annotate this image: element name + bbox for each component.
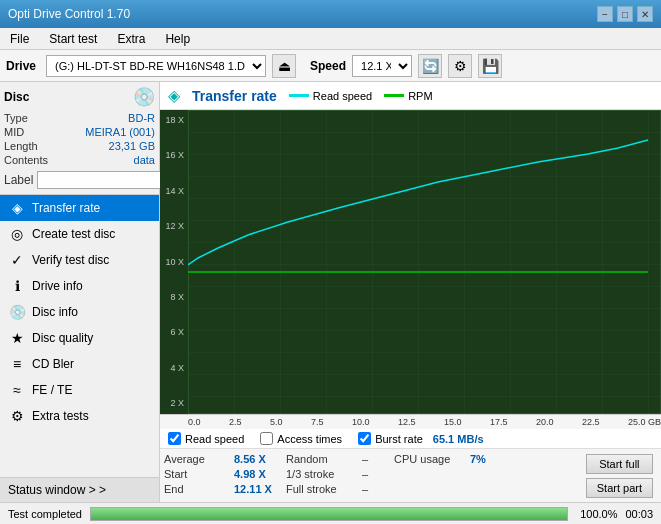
refresh-button[interactable]: 🔄 bbox=[418, 54, 442, 78]
chart-wrapper: 18 X 16 X 14 X 12 X 10 X 8 X 6 X 4 X 2 X bbox=[160, 110, 661, 429]
disc-info-panel: Disc 💿 Type BD-R MID MEIRA1 (001) Length… bbox=[0, 82, 159, 195]
minimize-button[interactable]: − bbox=[597, 6, 613, 22]
nav-items: ◈ Transfer rate ◎ Create test disc ✓ Ver… bbox=[0, 195, 159, 477]
menu-help[interactable]: Help bbox=[159, 30, 196, 48]
maximize-button[interactable]: □ bbox=[617, 6, 633, 22]
window-controls: − □ ✕ bbox=[597, 6, 653, 22]
sidebar-item-label-extra-tests: Extra tests bbox=[32, 409, 89, 423]
svg-rect-0 bbox=[188, 110, 661, 414]
start-part-button[interactable]: Start part bbox=[586, 478, 653, 498]
stats-random-label: Random bbox=[286, 453, 356, 465]
sidebar-item-verify-test-disc[interactable]: ✓ Verify test disc bbox=[0, 247, 159, 273]
title-bar: Opti Drive Control 1.70 − □ ✕ bbox=[0, 0, 661, 28]
disc-type-row: Type BD-R bbox=[4, 112, 155, 124]
sidebar-item-disc-info[interactable]: 💿 Disc info bbox=[0, 299, 159, 325]
stats-row-average: Average 8.56 X Random – CPU usage 7% bbox=[164, 453, 582, 465]
stats-end-label: End bbox=[164, 483, 234, 495]
stats-full-stroke-value: – bbox=[362, 483, 368, 495]
sidebar-item-label-verify-test-disc: Verify test disc bbox=[32, 253, 109, 267]
eject-button[interactable]: ⏏ bbox=[272, 54, 296, 78]
main-content: Disc 💿 Type BD-R MID MEIRA1 (001) Length… bbox=[0, 82, 661, 502]
chart-title: Transfer rate bbox=[192, 88, 277, 104]
sidebar-item-label-create-test-disc: Create test disc bbox=[32, 227, 115, 241]
cd-bler-icon: ≡ bbox=[8, 356, 26, 372]
stats-cpu-value: 7% bbox=[470, 453, 510, 465]
checkbox-read-speed-input[interactable] bbox=[168, 432, 181, 445]
menu-start-test[interactable]: Start test bbox=[43, 30, 103, 48]
sidebar-item-fe-te[interactable]: ≈ FE / TE bbox=[0, 377, 159, 403]
checkbox-burst-rate-input[interactable] bbox=[358, 432, 371, 445]
legend-rpm-label: RPM bbox=[408, 90, 432, 102]
y-label-14: 14 X bbox=[160, 187, 186, 196]
app-title: Opti Drive Control 1.70 bbox=[8, 7, 130, 21]
x-label-22.5: 22.5 bbox=[582, 417, 600, 427]
status-time: 00:03 bbox=[625, 508, 653, 520]
stats-buttons: Start full Start part bbox=[582, 453, 657, 498]
x-label-15: 15.0 bbox=[444, 417, 462, 427]
toolbar: Drive (G:) HL-DT-ST BD-RE WH16NS48 1.D3 … bbox=[0, 50, 661, 82]
menu-extra[interactable]: Extra bbox=[111, 30, 151, 48]
legend-rpm-color bbox=[384, 94, 404, 97]
legend-read-speed: Read speed bbox=[289, 90, 372, 102]
extra-tests-icon: ⚙ bbox=[8, 408, 26, 424]
sidebar-item-extra-tests[interactable]: ⚙ Extra tests bbox=[0, 403, 159, 429]
burst-rate-value: 65.1 MB/s bbox=[433, 433, 484, 445]
menu-file[interactable]: File bbox=[4, 30, 35, 48]
status-window-label: Status window > > bbox=[8, 483, 106, 497]
y-label-18: 18 X bbox=[160, 116, 186, 125]
speed-select[interactable]: 12.1 X bbox=[352, 55, 412, 77]
checkbox-read-speed-label: Read speed bbox=[185, 433, 244, 445]
menu-bar: File Start test Extra Help bbox=[0, 28, 661, 50]
stats-start-label: Start bbox=[164, 468, 234, 480]
stats-random-value: – bbox=[362, 453, 382, 465]
drive-info-icon: ℹ bbox=[8, 278, 26, 294]
checkbox-access-times-input[interactable] bbox=[260, 432, 273, 445]
stats-row-end: End 12.11 X Full stroke – bbox=[164, 483, 582, 495]
disc-length-label: Length bbox=[4, 140, 38, 152]
sidebar: Disc 💿 Type BD-R MID MEIRA1 (001) Length… bbox=[0, 82, 160, 502]
progress-percent: 100.0% bbox=[580, 508, 617, 520]
sidebar-item-label-drive-info: Drive info bbox=[32, 279, 83, 293]
disc-label-row: Label 🏷 bbox=[4, 170, 155, 190]
disc-contents-label: Contents bbox=[4, 154, 48, 166]
y-axis: 18 X 16 X 14 X 12 X 10 X 8 X 6 X 4 X 2 X bbox=[160, 110, 188, 414]
stats-cpu-label: CPU usage bbox=[394, 453, 464, 465]
x-label-0: 0.0 bbox=[188, 417, 201, 427]
save-button[interactable]: 💾 bbox=[478, 54, 502, 78]
drive-select[interactable]: (G:) HL-DT-ST BD-RE WH16NS48 1.D3 bbox=[46, 55, 266, 77]
disc-info-icon: 💿 bbox=[8, 304, 26, 320]
sidebar-item-create-test-disc[interactable]: ◎ Create test disc bbox=[0, 221, 159, 247]
checkbox-access-times-label: Access times bbox=[277, 433, 342, 445]
stats-average-value: 8.56 X bbox=[234, 453, 274, 465]
sidebar-item-transfer-rate[interactable]: ◈ Transfer rate bbox=[0, 195, 159, 221]
progress-bar-container bbox=[90, 507, 568, 521]
chart-svg bbox=[188, 110, 661, 414]
verify-test-disc-icon: ✓ bbox=[8, 252, 26, 268]
stats-start-value: 4.98 X bbox=[234, 468, 274, 480]
x-label-7.5: 7.5 bbox=[311, 417, 324, 427]
x-label-20: 20.0 bbox=[536, 417, 554, 427]
sidebar-item-cd-bler[interactable]: ≡ CD Bler bbox=[0, 351, 159, 377]
x-axis: 0.0 2.5 5.0 7.5 10.0 12.5 15.0 17.5 20.0… bbox=[160, 414, 661, 429]
disc-label-key: Label bbox=[4, 173, 33, 187]
sidebar-item-label-disc-quality: Disc quality bbox=[32, 331, 93, 345]
disc-contents-value: data bbox=[134, 154, 155, 166]
sidebar-item-disc-quality[interactable]: ★ Disc quality bbox=[0, 325, 159, 351]
status-window-button[interactable]: Status window > > bbox=[0, 477, 159, 502]
x-label-2.5: 2.5 bbox=[229, 417, 242, 427]
sidebar-item-label-cd-bler: CD Bler bbox=[32, 357, 74, 371]
stats-columns: Average 8.56 X Random – CPU usage 7% Sta… bbox=[164, 453, 582, 498]
close-button[interactable]: ✕ bbox=[637, 6, 653, 22]
disc-mid-row: MID MEIRA1 (001) bbox=[4, 126, 155, 138]
y-label-12: 12 X bbox=[160, 222, 186, 231]
disc-length-value: 23,31 GB bbox=[109, 140, 155, 152]
disc-type-label: Type bbox=[4, 112, 28, 124]
stats-end-value: 12.11 X bbox=[234, 483, 274, 495]
checkbox-row: Read speed Access times Burst rate 65.1 … bbox=[160, 429, 661, 449]
disc-mid-label: MID bbox=[4, 126, 24, 138]
start-full-button[interactable]: Start full bbox=[586, 454, 653, 474]
options-button[interactable]: ⚙ bbox=[448, 54, 472, 78]
sidebar-item-drive-info[interactable]: ℹ Drive info bbox=[0, 273, 159, 299]
progress-bar-fill bbox=[91, 508, 567, 520]
disc-type-value: BD-R bbox=[128, 112, 155, 124]
